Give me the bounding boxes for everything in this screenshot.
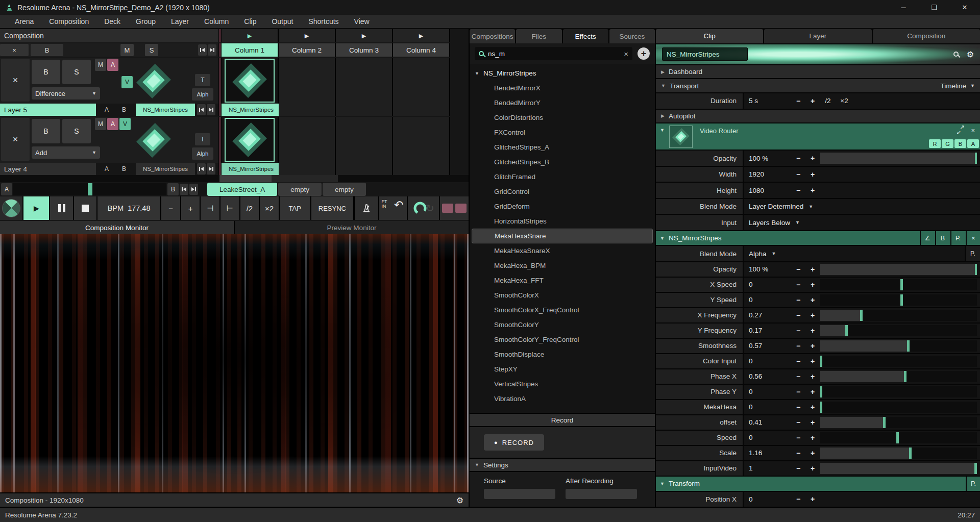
increment-button[interactable]: + (806, 311, 819, 319)
crossfader-b-button[interactable]: B (167, 183, 179, 195)
collapse-triangle-icon[interactable]: ▼ (661, 83, 666, 88)
effect-list-item[interactable]: MekaHexa_BPM (472, 258, 653, 273)
param-slider[interactable] (820, 463, 977, 474)
clip-slot[interactable]: NS_MirrorStripes (222, 117, 278, 175)
beat-wheel[interactable] (0, 196, 22, 220)
duration-double-button[interactable]: ×2 (837, 97, 852, 105)
transport-mode-dropdown[interactable]: Timeline ▼ (941, 82, 975, 90)
deck-tab[interactable]: empty (323, 183, 366, 196)
resync-button[interactable]: RESYNC (311, 196, 354, 220)
decrement-button[interactable]: − (792, 342, 805, 350)
effect-list-item[interactable]: ColorDistortions (472, 110, 653, 125)
prev-deck-button[interactable] (180, 184, 188, 195)
increment-button[interactable]: + (806, 281, 819, 289)
collapse-triangle-icon[interactable]: ▶ (661, 69, 665, 74)
settings-section-header[interactable]: ▼ Settings (470, 458, 655, 471)
next-clip-button[interactable] (207, 104, 215, 115)
gear-icon[interactable]: ⚙ (456, 495, 463, 505)
close-icon[interactable]: × (971, 127, 975, 134)
param-slider[interactable] (820, 153, 977, 164)
param-slider[interactable] (820, 402, 977, 413)
next-column-button[interactable] (208, 44, 216, 56)
metronome-button[interactable] (355, 196, 378, 220)
decrement-button[interactable]: − (792, 97, 805, 105)
layer-audio-badge[interactable]: A (107, 59, 118, 71)
layer-blend-dropdown[interactable]: Add▼ (32, 146, 100, 159)
effect-remove-button[interactable]: × (966, 231, 980, 245)
effect-list-item[interactable]: FXControl (472, 125, 653, 140)
tab-layer[interactable]: Layer (764, 29, 871, 43)
column-trigger-button[interactable]: ▶ (279, 29, 335, 42)
effect-list-item[interactable]: MekaHexaSnare (472, 229, 653, 243)
decrement-button[interactable]: − (792, 170, 805, 179)
param-value[interactable]: 1.16 (744, 449, 791, 457)
param-slider[interactable] (820, 279, 977, 290)
add-button[interactable]: + (638, 47, 650, 60)
transport-section-header[interactable]: ▼ Transport Timeline ▼ (656, 79, 980, 92)
layer-b-label[interactable]: B (119, 106, 129, 113)
param-value[interactable]: 0 (744, 281, 791, 288)
effect-list-item[interactable]: GridControl (472, 184, 653, 199)
tap-button[interactable]: TAP (280, 196, 310, 220)
clear-search-icon[interactable]: × (624, 49, 628, 58)
effect-bypass-button[interactable]: B (935, 231, 949, 245)
param-slider[interactable] (820, 448, 977, 459)
after-recording-dropdown[interactable] (566, 489, 637, 499)
minimize-button[interactable]: ─ (888, 0, 919, 15)
pause-button[interactable] (50, 196, 72, 220)
maximize-button[interactable]: ❏ (919, 0, 949, 15)
clip-thumbnail[interactable] (225, 118, 275, 162)
ft-in-button[interactable]: FTIN ↶ (379, 196, 407, 220)
transform-preset-button[interactable]: P. (966, 477, 980, 491)
next-clip-button[interactable] (207, 163, 215, 175)
crossfader-handle[interactable] (88, 183, 92, 195)
bpm-increase-button[interactable]: + (181, 196, 200, 220)
param-value[interactable]: 100 % (744, 155, 791, 162)
prev-clip-button[interactable] (197, 163, 206, 175)
channel-toggle-button[interactable]: B (954, 139, 966, 148)
menu-item[interactable]: Clip (236, 17, 264, 26)
bpm-half-button[interactable]: /2 (240, 196, 259, 220)
tab-preview-monitor[interactable]: Preview Monitor (235, 221, 469, 234)
transform-section-header[interactable]: ▼ Transform P. (656, 477, 980, 491)
layer-solo-button[interactable]: S (62, 60, 91, 84)
deck-tab[interactable]: LeakeStreet_A (207, 183, 277, 196)
blend-mode-dropdown[interactable]: Layer Determined▼ (744, 203, 813, 210)
param-slider[interactable] (820, 294, 977, 306)
param-value[interactable]: 1920 (744, 170, 791, 178)
layer-active-clip-name[interactable]: NS_MirrorStripes (136, 104, 195, 116)
stop-button[interactable] (74, 196, 96, 220)
increment-button[interactable]: + (806, 186, 819, 194)
param-slider[interactable] (820, 356, 977, 367)
layer-blend-dropdown[interactable]: Difference▼ (32, 87, 100, 100)
collapse-triangle-icon[interactable]: ▼ (660, 236, 665, 241)
tab-effects[interactable]: Effects (563, 29, 608, 43)
param-value[interactable]: 0 (744, 357, 791, 365)
layer-solo-button[interactable]: S (62, 119, 91, 143)
effect-list-item[interactable]: BendedMirrorX (472, 81, 653, 95)
crossfader-slider[interactable] (13, 183, 166, 195)
tab-sources[interactable]: Sources (609, 29, 655, 43)
param-value[interactable]: 0 (744, 495, 791, 503)
next-deck-button[interactable] (189, 184, 198, 195)
param-slider[interactable] (820, 417, 977, 428)
menu-item[interactable]: View (347, 17, 377, 26)
prev-clip-button[interactable] (197, 104, 206, 115)
decrement-button[interactable]: − (792, 265, 805, 274)
tab-composition[interactable]: Composition (873, 29, 980, 43)
param-slider[interactable] (820, 325, 977, 336)
clip-slot-empty[interactable] (336, 117, 392, 175)
input-dropdown[interactable]: Layers Below▼ (744, 219, 800, 227)
clip-name-field[interactable]: NS_MirrorStripes (662, 47, 748, 61)
layer-master-badge[interactable]: M (95, 59, 106, 71)
decrement-button[interactable]: − (792, 296, 805, 304)
menu-item[interactable]: Composition (41, 17, 96, 26)
column-trigger-button[interactable]: ▶ (336, 29, 392, 42)
effect-list-item[interactable]: SmoothColorX (472, 288, 653, 303)
effect-list-item[interactable]: GridDeform (472, 199, 653, 214)
beat-phase-indicator[interactable]: ↻ (408, 196, 439, 220)
dashboard-section-header[interactable]: ▶ Dashboard (656, 65, 980, 79)
effect-blend-dropdown[interactable]: Alpha▼ (744, 250, 776, 258)
effect-list-item[interactable]: HorizontalStripes (472, 214, 653, 229)
search-value[interactable]: ns_m (488, 50, 620, 58)
